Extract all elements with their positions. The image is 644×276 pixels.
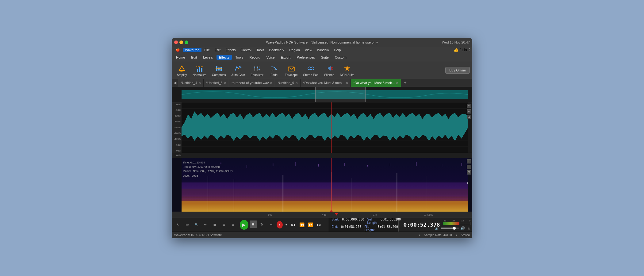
- zoom-out-button[interactable]: −: [467, 109, 471, 113]
- tab-dowhat2[interactable]: *Do what you Must 3 meb... ✕: [351, 79, 401, 87]
- skip-end-button[interactable]: ⏭: [315, 220, 323, 229]
- tb-voice[interactable]: Voice: [264, 55, 277, 60]
- tb-custom[interactable]: Custom: [332, 55, 349, 60]
- timeline: 30s 45s 1m 1m:15s: [172, 212, 472, 218]
- status-channels[interactable]: Stereo: [461, 233, 470, 237]
- tab-untitled4[interactable]: *Untitled_4 ✕: [178, 79, 204, 87]
- menu-window[interactable]: Window: [315, 48, 331, 52]
- menu-view[interactable]: View: [303, 48, 314, 52]
- tab-dowhat1-close[interactable]: ✕: [346, 81, 348, 85]
- spec-zoom-fit[interactable]: ⊡: [467, 170, 471, 174]
- menu-apple[interactable]: 🍎: [174, 48, 182, 52]
- time-info-box: Start: 0:00:000.000 Sel Length: 0:01:58.…: [329, 217, 398, 233]
- envelope-button[interactable]: Envelope: [282, 63, 300, 78]
- tab-untitled9-close[interactable]: ✕: [295, 81, 298, 85]
- tb-preferences[interactable]: Preferences: [294, 55, 317, 60]
- tb-effects[interactable]: Effects: [217, 55, 232, 60]
- tab-untitled5-close[interactable]: ✕: [224, 81, 226, 85]
- tab-untitled4-close[interactable]: ✕: [198, 81, 201, 85]
- menu-control[interactable]: Control: [238, 48, 253, 52]
- menu-bar: 🍎 WavePad File Edit Effects Control Tool…: [172, 47, 472, 53]
- fade-button[interactable]: Fade: [266, 63, 282, 78]
- grid-view-icon[interactable]: ⊞: [467, 226, 470, 230]
- rewind-button[interactable]: ⏪: [298, 220, 305, 229]
- waveform-detail[interactable]: 0dB -6dB -12dB -18dB -24dB -18dB -12dB -…: [172, 102, 472, 153]
- end-value: 0:01:58.200: [341, 225, 361, 232]
- menu-effects[interactable]: Effects: [223, 48, 238, 52]
- social-icons[interactable]: 👍 f t in: [454, 48, 467, 52]
- tool-extra2[interactable]: ▤: [220, 220, 228, 229]
- goto-end-button[interactable]: ⊣: [267, 220, 275, 229]
- spectrogram[interactable]: Time: 0:01:20.874 Frequency: 4069Hz to 4…: [172, 158, 472, 212]
- tab-untitled9[interactable]: *Untitled_9 ✕: [275, 79, 301, 87]
- stereopan-icon: L R: [307, 64, 315, 73]
- stop-button[interactable]: ■: [250, 220, 257, 228]
- tb-tools[interactable]: Tools: [233, 55, 246, 60]
- spec-zoom-out[interactable]: −: [467, 165, 471, 169]
- svg-rect-19: [259, 69, 260, 70]
- tab-youtube[interactable]: *a record of youtube.wav ✕: [229, 79, 275, 87]
- fast-forward-button[interactable]: ⏩: [307, 220, 314, 229]
- silence-button[interactable]: Silence: [322, 63, 337, 78]
- status-sample-rate[interactable]: Sample Rate: 44100: [424, 233, 452, 237]
- help-icon[interactable]: ?: [468, 48, 470, 52]
- equalizer-button[interactable]: Equalizer: [248, 63, 266, 78]
- menu-tools[interactable]: Tools: [254, 48, 266, 52]
- spectrum-time: Time: 0:01:20.874: [183, 160, 233, 165]
- close-button[interactable]: [174, 40, 178, 44]
- tool-pointer[interactable]: ↖: [174, 220, 182, 229]
- menu-file[interactable]: File: [202, 48, 212, 52]
- tool-zoom[interactable]: 🔍: [192, 220, 201, 229]
- tb-edit[interactable]: Edit: [189, 55, 199, 60]
- zoom-fit-button[interactable]: ⊡: [467, 115, 471, 119]
- status-chevron-sr: ▾: [419, 233, 420, 237]
- tool-pencil[interactable]: ✏: [201, 220, 210, 229]
- tool-extra1[interactable]: ⊞: [210, 220, 219, 229]
- minimize-button[interactable]: [179, 40, 183, 44]
- amplify-label: Amplify: [177, 73, 187, 77]
- db-0db-spec: 0dB: [172, 153, 182, 158]
- tb-levels[interactable]: Levels: [201, 55, 215, 60]
- tabs-bar: ◀ *Untitled_4 ✕ *Untitled_5 ✕ *a record …: [172, 79, 472, 87]
- tab-dowhat1[interactable]: *Do what you Must 3 meb... ✕: [301, 79, 351, 87]
- normalize-button[interactable]: Normalize: [190, 63, 209, 78]
- loop-button[interactable]: ↻: [258, 220, 266, 229]
- waveform-overview[interactable]: [172, 87, 472, 102]
- tabs-scroll-left[interactable]: ◀: [172, 81, 178, 85]
- db-12db: -12dB: [172, 114, 182, 117]
- play-button[interactable]: ▶: [240, 220, 248, 230]
- tool-selection[interactable]: ▭: [183, 220, 191, 229]
- tb-suite[interactable]: Suite: [319, 55, 331, 60]
- tab-youtube-close[interactable]: ✕: [270, 81, 272, 85]
- record-dropdown[interactable]: ▾: [284, 220, 288, 229]
- tb-record[interactable]: Record: [247, 55, 263, 60]
- compress-button[interactable]: Compress: [209, 63, 228, 78]
- svg-marker-28: [344, 66, 350, 71]
- stereopan-button[interactable]: L R Stereo Pan: [301, 63, 321, 78]
- tb-export[interactable]: Export: [278, 55, 293, 60]
- record-button[interactable]: ●: [277, 221, 283, 228]
- svg-rect-60: [208, 176, 208, 212]
- zoom-in-button[interactable]: +: [467, 104, 471, 108]
- menu-bookmark[interactable]: Bookmark: [267, 48, 287, 52]
- amplify-button[interactable]: Amplify: [174, 63, 190, 78]
- menu-region[interactable]: Region: [287, 48, 302, 52]
- tab-untitled5[interactable]: *Untitled_5 ✕: [204, 79, 229, 87]
- tb-home[interactable]: Home: [174, 55, 187, 60]
- menu-wavepad[interactable]: WavePad: [183, 48, 201, 52]
- tool-extra3[interactable]: ⊕: [229, 220, 237, 229]
- playhead-timeline: [335, 213, 338, 216]
- autogain-button[interactable]: Auto Gain: [229, 63, 247, 78]
- svg-rect-50: [318, 164, 319, 167]
- autogain-icon: [234, 64, 243, 73]
- menu-edit[interactable]: Edit: [213, 48, 223, 52]
- tab-add-button[interactable]: +: [401, 80, 409, 86]
- spec-zoom-in[interactable]: +: [467, 159, 471, 163]
- skip-start-button[interactable]: ⏮: [289, 220, 297, 229]
- buy-online-button[interactable]: Buy Online: [445, 67, 470, 74]
- tab-dowhat2-close[interactable]: ✕: [396, 81, 398, 85]
- nchsuite-button[interactable]: NCH Suite: [338, 63, 357, 78]
- menu-help[interactable]: Help: [332, 48, 343, 52]
- maximize-button[interactable]: [185, 40, 188, 44]
- volume-slider[interactable]: [441, 228, 459, 229]
